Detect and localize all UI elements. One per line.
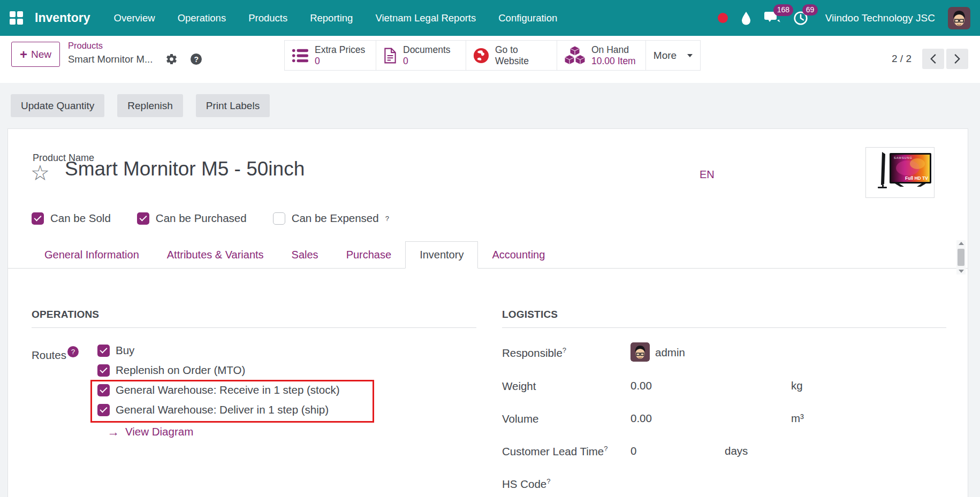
stat-value: 0 [315,56,365,67]
breadcrumb-parent[interactable]: Products [68,41,202,51]
nav-item-products[interactable]: Products [248,12,287,24]
pager-value: 2 / 2 [892,53,911,65]
responsible-avatar [630,342,650,362]
routes-help-badge[interactable]: ? [67,346,79,357]
help-superscript: ? [385,215,389,223]
field-value[interactable]: 0 [630,445,663,457]
stat-value: Website [495,56,529,67]
option-can-be-sold[interactable]: Can be Sold [32,212,117,225]
checkbox-checked[interactable] [97,384,110,396]
scroll-down-arrow-icon[interactable] [959,270,964,273]
stat-label: Go to [495,44,529,56]
product-options: Can be Sold Can be Purchased Can be Expe… [32,212,389,225]
stat-button-extra-prices[interactable]: Extra Prices 0 [285,41,376,70]
product-image[interactable]: SAMSUNG Full HD TV [865,147,935,198]
help-icon[interactable]: ? [191,53,202,65]
more-label: More [654,50,677,62]
stat-label: Documents [403,44,451,56]
action-buttons-row: Update Quantity Replenish Print Labels [11,94,270,117]
route-label: General Warehouse: Deliver in 1 step (sh… [116,403,329,416]
field-responsible: Responsible? admin [502,342,946,364]
nav-item-operations[interactable]: Operations [178,12,226,24]
messages-button[interactable]: 168 [764,11,780,25]
route-label: Replenish on Order (MTO) [116,364,245,377]
field-value[interactable]: 0.00 [630,412,663,425]
field-label: Responsible? [502,346,566,360]
nav-menu: Overview Operations Products Reporting V… [114,12,558,24]
nav-item-configuration[interactable]: Configuration [498,12,557,24]
print-labels-button[interactable]: Print Labels [196,94,270,117]
field-label-text: Weight [502,380,536,392]
user-menu[interactable]: Viindoo Technology JSC [825,12,935,24]
view-diagram-label: View Diagram [125,425,193,438]
tab-attributes-variants[interactable]: Attributes & Variants [153,241,278,268]
tab-inventory[interactable]: Inventory [405,241,478,269]
field-value[interactable]: admin [655,346,687,359]
activities-button[interactable]: 69 [793,11,808,26]
checkbox-checked[interactable] [137,212,149,225]
apps-menu-icon[interactable] [10,11,23,25]
option-label: Can be Expensed [292,212,379,225]
pager-previous-button[interactable] [922,49,944,69]
tab-purchase[interactable]: Purchase [332,241,406,268]
water-drop-icon[interactable] [741,11,751,25]
favorite-star-icon[interactable]: ☆ [31,162,50,183]
nav-item-overview[interactable]: Overview [114,12,155,24]
user-avatar[interactable] [948,7,970,29]
activities-count-badge: 69 [802,4,818,16]
gear-icon[interactable] [165,53,178,65]
route-receive-1-step[interactable]: General Warehouse: Receive in 1 step (st… [97,384,340,396]
replenish-button[interactable]: Replenish [117,94,183,117]
field-unit: days [725,445,748,457]
pager-next-button[interactable] [946,49,968,69]
checkbox-checked[interactable] [97,364,110,377]
checkbox-checked[interactable] [97,345,110,357]
scroll-up-arrow-icon[interactable] [959,242,964,245]
field-label: Weight [502,379,536,393]
screen: Inventory Overview Operations Products R… [0,0,980,497]
product-name[interactable]: Smart Mornitor M5 - 50inch [65,158,305,180]
logistics-title: LOGISTICS [502,305,946,328]
tab-accounting[interactable]: Accounting [478,241,559,268]
stat-value: 0 [403,56,451,67]
field-value[interactable]: 0.00 [630,379,663,392]
language-badge[interactable]: EN [700,169,715,181]
avatar-illustration [630,342,650,362]
help-superscript: ? [546,477,550,485]
checkbox-checked[interactable] [97,404,110,416]
field-label: HS Code? [502,477,550,491]
tab-sales[interactable]: Sales [278,241,332,268]
scrollbar-thumb[interactable] [958,249,964,266]
route-deliver-1-step[interactable]: General Warehouse: Deliver in 1 step (sh… [97,403,329,416]
nav-item-reporting[interactable]: Reporting [310,12,353,24]
route-buy[interactable]: Buy [97,344,134,357]
vertical-scrollbar[interactable] [956,240,966,274]
routes-field-label: Routes? [32,346,79,362]
nav-item-vietnam-legal-reports[interactable]: Vietnam Legal Reports [375,12,476,24]
new-button[interactable]: + New [11,42,60,67]
checkbox-checked[interactable] [32,212,44,225]
list-icon [292,48,309,63]
option-can-be-purchased[interactable]: Can be Purchased [137,212,253,225]
field-label-text: Volume [502,412,538,425]
field-label: Customer Lead Time? [502,445,608,458]
messages-count-badge: 168 [773,4,793,16]
stat-button-go-to-website[interactable]: Go to Website [466,41,557,70]
update-quantity-button[interactable]: Update Quantity [11,94,104,117]
control-panel: + New Products Smart Mornitor M... ? [0,36,980,83]
avatar-illustration [948,7,970,29]
option-can-be-expensed[interactable]: Can be Expensed? [273,212,389,225]
field-customer-lead-time: Customer Lead Time? 0 days [502,441,946,462]
field-label-text: HS Code [502,478,546,490]
route-replenish-on-order[interactable]: Replenish on Order (MTO) [97,364,245,377]
page-body: Update Quantity Replenish Print Labels P… [0,83,980,497]
option-label: Can be Purchased [156,212,247,225]
view-diagram-link[interactable]: → View Diagram [107,425,193,438]
tab-general-information[interactable]: General Information [31,241,153,268]
app-name[interactable]: Inventory [35,11,90,25]
notebook-tabs: General Information Attributes & Variant… [8,241,968,269]
stat-button-documents[interactable]: Documents 0 [376,41,466,70]
checkbox-unchecked[interactable] [273,212,285,225]
stat-button-on-hand[interactable]: On Hand 10.00 Item [557,41,646,70]
more-button[interactable]: More [646,41,700,70]
